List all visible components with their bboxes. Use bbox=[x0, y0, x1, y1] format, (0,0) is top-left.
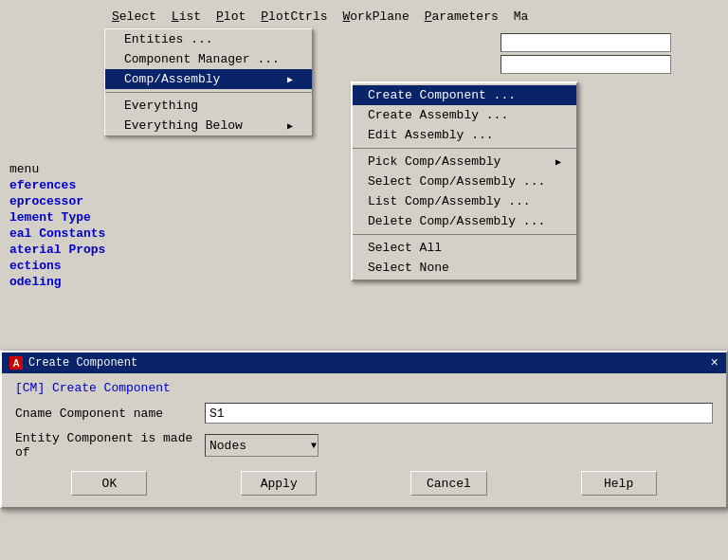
comp-assembly-submenu: Create Component ... Create Assembly ...… bbox=[351, 81, 578, 281]
menu-separator-1 bbox=[105, 92, 312, 93]
dialog-title-bar: A Create Component × bbox=[2, 352, 726, 373]
field-name-cname: Cname Component name bbox=[15, 406, 163, 421]
entity-select-wrapper: Nodes Elements Keypoints Lines Areas Vol… bbox=[205, 434, 318, 457]
dialog-row-cname: Cname Component name bbox=[15, 403, 713, 424]
menu-item-edit-assembly[interactable]: Edit Assembly ... bbox=[353, 125, 576, 145]
top-input-2[interactable] bbox=[500, 55, 671, 74]
submenu-separator-2 bbox=[353, 234, 576, 235]
everything-below-arrow-icon: ▶ bbox=[287, 120, 293, 132]
dialog-label-cname: Cname Component name bbox=[15, 406, 205, 421]
menu-item-delete-comp[interactable]: Delete Comp/Assembly ... bbox=[353, 211, 576, 231]
entity-select[interactable]: Nodes Elements Keypoints Lines Areas Vol… bbox=[205, 434, 318, 457]
menu-list[interactable]: List bbox=[164, 8, 209, 26]
menu-item-entities[interactable]: Entities ... bbox=[105, 29, 312, 49]
dialog-cm-label: [CM] Create Component bbox=[15, 381, 713, 395]
menu-plot[interactable]: Plot bbox=[209, 8, 253, 26]
everything-below-label: Everything Below bbox=[124, 118, 243, 133]
menu-item-create-assembly[interactable]: Create Assembly ... bbox=[353, 105, 576, 125]
menu-item-create-component[interactable]: Create Component ... bbox=[353, 85, 576, 105]
menu-parameters[interactable]: Parameters bbox=[417, 8, 506, 26]
dialog-app-icon: A bbox=[9, 356, 23, 370]
menu-item-everything-below[interactable]: Everything Below ▶ bbox=[105, 116, 312, 135]
menu-item-comp-manager[interactable]: Component Manager ... bbox=[105, 49, 312, 69]
top-input-1[interactable] bbox=[500, 33, 671, 52]
menu-item-pick-comp[interactable]: Pick Comp/Assembly ▶ bbox=[353, 152, 576, 172]
help-button[interactable]: Help bbox=[581, 471, 657, 496]
sidebar-item-sections[interactable]: ections bbox=[9, 258, 105, 274]
dialog-buttons: OK Apply Cancel Help bbox=[15, 471, 713, 496]
sidebar-item-material-props[interactable]: aterial Props bbox=[9, 242, 105, 258]
cancel-button[interactable]: Cancel bbox=[410, 471, 487, 496]
comp-assembly-arrow-icon: ▶ bbox=[287, 74, 293, 85]
menu-select[interactable]: Select bbox=[104, 8, 164, 26]
sidebar-item-references[interactable]: eferences bbox=[9, 177, 105, 193]
menu-item-list-comp[interactable]: List Comp/Assembly ... bbox=[353, 191, 576, 211]
apply-button[interactable]: Apply bbox=[241, 471, 317, 496]
sidebar-item-real-constants[interactable]: eal Constants bbox=[9, 226, 105, 242]
menu-item-comp-assembly[interactable]: Comp/Assembly ▶ bbox=[105, 69, 312, 89]
create-component-dialog: A Create Component × [CM] Create Compone… bbox=[0, 351, 728, 509]
cname-input[interactable] bbox=[205, 403, 713, 424]
dialog-title-text: Create Component bbox=[28, 356, 137, 370]
sidebar-item-menu: menu bbox=[9, 161, 105, 177]
dialog-body: [CM] Create Component Cname Component na… bbox=[2, 373, 726, 507]
menu-bar: Select List Plot PlotCtrls WorkPlane Par… bbox=[104, 8, 536, 26]
menu-item-select-all[interactable]: Select All bbox=[353, 238, 576, 258]
menu-item-select-none[interactable]: Select None bbox=[353, 258, 576, 278]
dialog-title-left: A Create Component bbox=[9, 356, 137, 370]
dialog-close-button[interactable]: × bbox=[711, 355, 719, 370]
sidebar-item-preprocessor[interactable]: eprocessor bbox=[9, 193, 105, 209]
sidebar-item-element-type[interactable]: lement Type bbox=[9, 209, 105, 226]
menu-item-everything[interactable]: Everything bbox=[105, 96, 312, 116]
dialog-label-entity: Entity Component is made of bbox=[15, 431, 205, 460]
ok-button[interactable]: OK bbox=[71, 471, 147, 496]
menu-item-select-comp[interactable]: Select Comp/Assembly ... bbox=[353, 172, 576, 191]
field-name-entity: Entity Component is made of bbox=[15, 431, 192, 460]
menu-plotctrls[interactable]: PlotCtrls bbox=[253, 8, 335, 26]
menu-workplane[interactable]: WorkPlane bbox=[336, 8, 417, 26]
sidebar-text-area: menu eferences eprocessor lement Type ea… bbox=[9, 161, 105, 290]
top-input-area bbox=[500, 33, 671, 77]
pick-comp-label: Pick Comp/Assembly bbox=[368, 154, 500, 169]
sidebar-item-modeling[interactable]: odeling bbox=[9, 274, 105, 290]
comp-assembly-label: Comp/Assembly bbox=[124, 72, 220, 86]
select-menu: Entities ... Component Manager ... Comp/… bbox=[104, 28, 313, 136]
submenu-separator-1 bbox=[353, 148, 576, 149]
dialog-row-entity: Entity Component is made of Nodes Elemen… bbox=[15, 431, 713, 460]
pick-comp-arrow-icon: ▶ bbox=[555, 156, 561, 168]
menu-ma[interactable]: Ma bbox=[506, 8, 537, 26]
